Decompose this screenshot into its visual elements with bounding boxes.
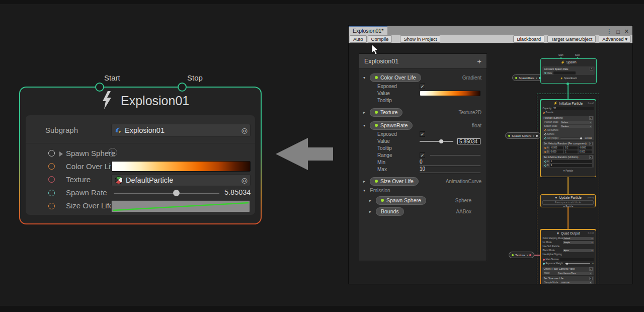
block-enabled-checkbox[interactable]: ✓ [590, 67, 593, 70]
az-field[interactable]: -0.000 [579, 146, 592, 149]
window-menu-icon[interactable]: ⋮ [606, 28, 612, 35]
param-row-spawn-sphere[interactable]: ▸ Spawn Sphere Sphere [369, 196, 481, 205]
color-over-life-port[interactable] [48, 163, 55, 170]
block-enabled-checkbox[interactable]: ✓ [589, 142, 593, 145]
bounds-port[interactable] [543, 112, 545, 114]
arc-angle-value[interactable]: 6.28318 [585, 137, 592, 139]
param-node-spawn-sphere[interactable]: Spawn Sphere ▾ [505, 132, 541, 139]
sphere-port[interactable] [544, 133, 546, 135]
param-pill[interactable]: Color Over Life [370, 73, 421, 82]
show-in-project-button[interactable]: Show in Project [400, 35, 440, 43]
chevron-down-icon[interactable]: ▾ [363, 188, 370, 193]
value-slider-thumb[interactable] [439, 139, 443, 143]
mode-dropdown[interactable]: Face Camera Plane▾ [557, 272, 592, 275]
set-size-block[interactable]: Set Size over Life✓ Sample ModeOver Life… [542, 276, 594, 284]
block-enabled-checkbox[interactable]: ✓ [589, 277, 593, 280]
value-slider-track[interactable] [420, 141, 453, 142]
spawn-sphere-port[interactable] [48, 150, 55, 157]
bz-field[interactable]: 0.000 [579, 150, 592, 153]
orient-block[interactable]: Orient : Face Camera Plane✓ ModeFace Cam… [542, 267, 594, 275]
a-field[interactable]: 1 [550, 160, 592, 163]
rate-field[interactable] [553, 71, 576, 74]
chevron-right-icon[interactable]: ▸ [363, 179, 370, 184]
ax-field[interactable]: -0.000 [550, 146, 564, 149]
param-row-texture[interactable]: ▸ Texture Texture2D [363, 108, 481, 117]
exposure-slider-thumb[interactable] [566, 263, 568, 265]
curve-field[interactable] [111, 200, 250, 212]
exposed-checkbox[interactable]: ✓ [420, 84, 425, 89]
param-pill[interactable]: Bounds [376, 207, 404, 216]
a-port[interactable] [544, 161, 546, 163]
exposure-slider-track[interactable] [565, 263, 591, 264]
chevron-right-icon[interactable]: ▸ [369, 209, 376, 214]
chevron-right-icon[interactable]: ▸ [363, 110, 370, 115]
arc-angle-port[interactable] [544, 137, 546, 139]
spawn-mode-dropdown[interactable]: Random▾ [560, 125, 592, 128]
position-sphere-block[interactable]: Position (Sphere)✓ Position ModeSurface▾… [542, 116, 594, 140]
blackboard-header[interactable]: Explosion01 + [359, 54, 487, 69]
b-port[interactable] [544, 151, 546, 153]
exposure-value[interactable]: 0 [592, 262, 593, 265]
spawn-rate-slider-thumb[interactable] [173, 190, 180, 196]
stop-port[interactable] [178, 83, 187, 92]
b-port[interactable] [544, 165, 546, 167]
spawn-node[interactable]: ⚡Spawn Constant Spawn Rate✓ Rate ⚡SpawnE… [540, 58, 597, 84]
capacity-field[interactable]: 32 [552, 107, 593, 110]
expand-triangle-icon[interactable] [59, 151, 63, 157]
range-checkbox[interactable]: ✓ [420, 152, 425, 158]
uv-mode-dropdown[interactable]: Simple▾ [563, 241, 594, 244]
arc-slider-thumb[interactable] [580, 137, 582, 139]
texture-field[interactable]: DefaultParticle ◎ [111, 174, 251, 186]
a-port[interactable] [544, 147, 546, 149]
param-pill[interactable]: Texture [370, 108, 403, 117]
compile-button[interactable]: Compile [368, 35, 392, 43]
param-row-size-over-life[interactable]: ▸ Size Over Life AnimationCurve [363, 177, 481, 186]
size-over-life-port[interactable] [48, 203, 55, 209]
auto-button[interactable]: Auto [350, 35, 367, 43]
advanced-dropdown[interactable]: Advanced ▾ [599, 35, 631, 43]
category-emission[interactable]: ▾ Emission [363, 187, 481, 194]
param-row-spawnrate[interactable]: ▾ SpawnRate float [363, 121, 481, 130]
param-pill[interactable]: SpawnRate [370, 121, 413, 130]
position-mode-dropdown[interactable]: Surface▾ [560, 121, 592, 124]
exposed-checkbox[interactable]: ✓ [420, 131, 425, 137]
texture-port[interactable] [48, 176, 55, 183]
close-icon[interactable]: ✕ [624, 28, 629, 35]
sample-mode-dropdown[interactable]: Over Life▾ [560, 281, 592, 284]
add-parameter-button[interactable]: + [477, 57, 481, 65]
param-out-port[interactable] [529, 254, 531, 256]
target-gameobject-button[interactable]: Target GameObject [547, 35, 596, 43]
subgraph-field[interactable]: Explosion01 ◎ [111, 124, 251, 137]
color-mapping-dropdown[interactable]: Default▾ [563, 237, 594, 240]
quad-output-node[interactable]: ▼Quad Output(Local) Color Mapping ModeDe… [541, 230, 596, 284]
object-picker-icon[interactable]: ◎ [242, 176, 248, 184]
spawn-rate-value[interactable]: 5.85034 [224, 188, 251, 196]
b-field[interactable]: 3 [550, 164, 592, 167]
block-enabled-checkbox[interactable]: ✓ [589, 155, 593, 159]
tab-explosion01[interactable]: Explosion01* [349, 26, 387, 35]
param-node-texture[interactable]: Texture ▾ [509, 252, 534, 258]
blend-mode-dropdown[interactable]: Alpha▾ [563, 249, 594, 252]
spawn-rate-port[interactable] [48, 190, 55, 196]
update-node[interactable]: ▼Update Particle(Local) Press space to a… [540, 194, 596, 207]
chevron-down-icon[interactable]: ▾ [363, 75, 370, 80]
gradient-value-field[interactable] [420, 91, 480, 96]
constant-spawn-rate-block[interactable]: Constant Spawn Rate✓ Rate [542, 66, 595, 75]
param-row-bounds[interactable]: ▸ Bounds AABox [369, 207, 481, 216]
ay-field[interactable]: 0.2 [564, 146, 578, 149]
value-input[interactable]: 5.85034 [457, 138, 480, 144]
set-lifetime-block[interactable]: Set Lifetime Random (Uniform)✓ A1 B3 [542, 155, 594, 168]
by-field[interactable]: 1 [564, 150, 578, 153]
param-pill[interactable]: Size Over Life [370, 177, 419, 186]
add-blocks-placeholder[interactable]: Press space to add blocks [542, 200, 594, 205]
set-velocity-block[interactable]: Set Velocity Random (Per component)✓ A-0… [542, 141, 594, 154]
arc-sphere-port[interactable] [544, 129, 546, 131]
graph-canvas[interactable]: Explosion01 + ▾ Color Over Life Gradient… [349, 43, 632, 284]
gradient-field[interactable] [111, 161, 251, 172]
param-pill[interactable]: Spawn Sphere [376, 196, 426, 205]
start-port[interactable] [95, 83, 104, 92]
chevron-right-icon[interactable]: ▸ [369, 198, 376, 203]
arc-slider-track[interactable] [560, 138, 583, 138]
initialize-node[interactable]: ⚡Initialize Particle(Local) Capacity32 B… [541, 100, 596, 177]
maximize-icon[interactable]: □ [616, 29, 620, 35]
